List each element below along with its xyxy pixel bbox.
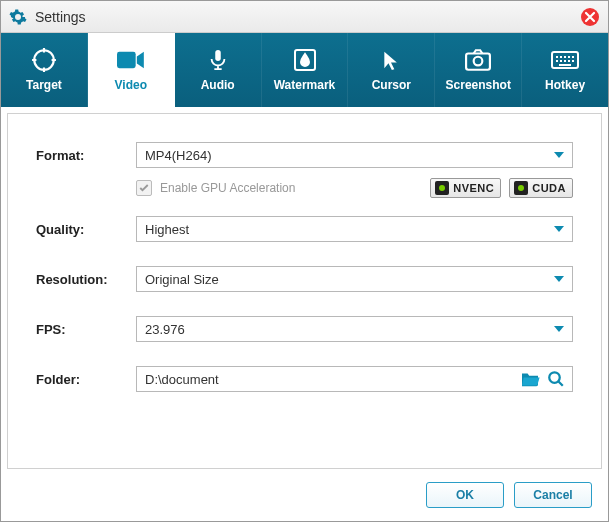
row-folder: Folder: D:\document — [36, 366, 573, 392]
fps-value: 23.976 — [145, 322, 185, 337]
settings-window: Settings Target Video Audio — [0, 0, 609, 522]
svg-rect-2 — [117, 52, 136, 68]
gpu-label: Enable GPU Acceleration — [160, 181, 422, 195]
format-select[interactable]: MP4(H264) — [136, 142, 573, 168]
cuda-badge: CUDA — [509, 178, 573, 198]
format-value: MP4(H264) — [145, 148, 211, 163]
format-label: Format: — [36, 148, 136, 163]
browse-button[interactable] — [546, 370, 566, 388]
chevron-down-icon — [554, 276, 564, 282]
svg-point-8 — [439, 185, 445, 191]
nvenc-badge: NVENC — [430, 178, 501, 198]
folder-value: D:\document — [145, 372, 219, 387]
gear-icon — [9, 8, 27, 26]
quality-label: Quality: — [36, 222, 136, 237]
tab-label: Cursor — [372, 78, 411, 92]
footer: OK Cancel — [1, 469, 608, 521]
chevron-down-icon — [554, 326, 564, 332]
tab-label: Watermark — [274, 78, 336, 92]
tab-label: Video — [115, 78, 147, 92]
tab-screenshot[interactable]: Screenshot — [435, 33, 522, 107]
row-format: Format: MP4(H264) — [36, 142, 573, 168]
camera-icon — [464, 48, 492, 72]
svg-point-1 — [34, 50, 54, 70]
tabs: Target Video Audio Watermark Cursor — [1, 33, 608, 107]
tab-label: Hotkey — [545, 78, 585, 92]
quality-select[interactable]: Highest — [136, 216, 573, 242]
settings-body: Format: MP4(H264) Enable GPU Acceleratio… — [7, 113, 602, 469]
tab-label: Screenshot — [446, 78, 511, 92]
svg-point-6 — [474, 57, 483, 66]
tab-cursor[interactable]: Cursor — [348, 33, 435, 107]
resolution-value: Original Size — [145, 272, 219, 287]
tab-audio[interactable]: Audio — [175, 33, 262, 107]
tab-target[interactable]: Target — [1, 33, 88, 107]
mic-icon — [204, 48, 232, 72]
nvidia-icon — [435, 181, 449, 195]
nvidia-icon — [514, 181, 528, 195]
svg-point-10 — [549, 372, 560, 383]
svg-rect-3 — [215, 50, 221, 61]
cancel-button[interactable]: Cancel — [514, 482, 592, 508]
row-gpu: Enable GPU Acceleration NVENC CUDA — [36, 178, 573, 198]
window-title: Settings — [35, 9, 580, 25]
row-fps: FPS: 23.976 — [36, 316, 573, 342]
tab-hotkey[interactable]: Hotkey — [522, 33, 608, 107]
keyboard-icon — [551, 48, 579, 72]
watermark-icon — [291, 48, 319, 72]
open-folder-button[interactable] — [520, 370, 540, 388]
svg-point-9 — [518, 185, 524, 191]
row-quality: Quality: Highest — [36, 216, 573, 242]
fps-label: FPS: — [36, 322, 136, 337]
tab-watermark[interactable]: Watermark — [262, 33, 349, 107]
tab-label: Audio — [201, 78, 235, 92]
ok-button[interactable]: OK — [426, 482, 504, 508]
folder-field[interactable]: D:\document — [136, 366, 573, 392]
tab-label: Target — [26, 78, 62, 92]
folder-label: Folder: — [36, 372, 136, 387]
chevron-down-icon — [554, 152, 564, 158]
resolution-label: Resolution: — [36, 272, 136, 287]
row-resolution: Resolution: Original Size — [36, 266, 573, 292]
resolution-select[interactable]: Original Size — [136, 266, 573, 292]
gpu-checkbox[interactable] — [136, 180, 152, 196]
cursor-icon — [377, 48, 405, 72]
tab-video[interactable]: Video — [88, 33, 175, 107]
video-icon — [117, 48, 145, 72]
quality-value: Highest — [145, 222, 189, 237]
close-button[interactable] — [580, 7, 600, 27]
titlebar: Settings — [1, 1, 608, 33]
target-icon — [30, 48, 58, 72]
chevron-down-icon — [554, 226, 564, 232]
fps-select[interactable]: 23.976 — [136, 316, 573, 342]
